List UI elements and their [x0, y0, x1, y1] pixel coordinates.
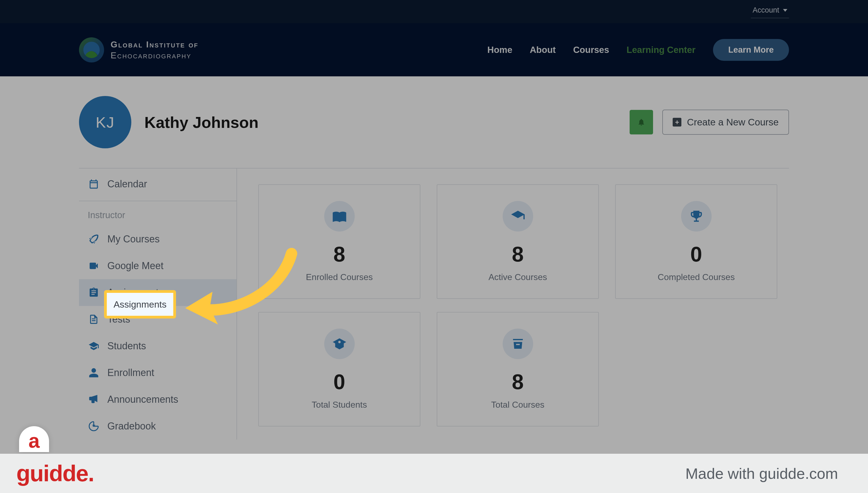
page-body: KJ Kathy Johnson + Create a New Course C…	[0, 76, 868, 455]
stat-value: 8	[512, 242, 524, 267]
sidebar-item-announcements[interactable]: Announcements	[79, 386, 236, 413]
document-icon	[88, 314, 100, 325]
stat-card-active-courses: 8 Active Courses	[437, 184, 599, 299]
profile-actions: + Create a New Course	[630, 110, 789, 135]
main-header: Global Institute of Echocardiography Hom…	[0, 23, 868, 76]
stat-value: 8	[512, 369, 524, 394]
guidde-badge-letter: a	[28, 429, 40, 452]
assignment-icon	[88, 287, 100, 298]
sidebar-item-label: My Courses	[107, 233, 160, 245]
account-menu[interactable]: Account	[751, 5, 789, 18]
create-course-button[interactable]: + Create a New Course	[662, 110, 789, 135]
logo-icon	[79, 37, 104, 62]
rocket-icon	[88, 234, 100, 244]
brand-text: Global Institute of Echocardiography	[111, 39, 198, 61]
avatar[interactable]: KJ	[79, 96, 131, 148]
sidebar-item-label: Students	[107, 340, 146, 352]
student-icon	[324, 328, 355, 359]
gradebook-icon	[88, 421, 100, 432]
nav-about[interactable]: About	[530, 45, 555, 55]
account-label: Account	[753, 6, 779, 15]
learn-more-button[interactable]: Learn More	[713, 39, 789, 61]
stat-label: Active Courses	[488, 272, 547, 282]
guidde-logo: guidde.	[16, 460, 94, 487]
nav-courses[interactable]: Courses	[573, 45, 609, 55]
primary-nav: Home About Courses Learning Center Learn…	[487, 39, 789, 61]
brand-logo[interactable]: Global Institute of Echocardiography	[79, 37, 198, 62]
plus-icon: +	[673, 118, 681, 127]
sidebar-item-gradebook[interactable]: Gradebook	[79, 413, 236, 440]
card-row-1: 8 Enrolled Courses 8 Active Courses 0 Co…	[258, 184, 789, 299]
calendar-icon	[88, 178, 100, 190]
notifications-button[interactable]	[630, 110, 653, 134]
sidebar-item-my-courses[interactable]: My Courses	[79, 226, 236, 253]
content-row: Calendar Instructor My Courses Google Me…	[79, 169, 789, 440]
user-icon	[88, 367, 100, 378]
dashboard: 8 Enrolled Courses 8 Active Courses 0 Co…	[237, 169, 789, 440]
card-row-2: 0 Total Students 8 Total Courses	[258, 312, 789, 427]
topbar: Account	[0, 0, 868, 23]
sidebar-item-label: Enrollment	[107, 367, 154, 379]
sidebar-item-enrollment[interactable]: Enrollment	[79, 359, 236, 386]
profile-name: Kathy Johnson	[144, 113, 258, 131]
footer-made-with: Made with guidde.com	[685, 465, 838, 483]
brand-line1: Global Institute of	[111, 39, 198, 50]
highlight-assignments[interactable]: Assignments	[104, 290, 176, 319]
stat-card-total-courses: 8 Total Courses	[437, 312, 599, 427]
trophy-icon	[681, 201, 712, 232]
stat-label: Total Students	[312, 400, 367, 410]
stat-value: 0	[334, 369, 345, 394]
sidebar-section-instructor: Instructor	[79, 201, 236, 226]
stat-label: Completed Courses	[658, 272, 735, 282]
stat-value: 8	[334, 242, 345, 267]
sidebar-item-label: Announcements	[107, 394, 178, 405]
sidebar-item-students[interactable]: Students	[79, 333, 236, 359]
stat-card-enrolled-courses: 8 Enrolled Courses	[258, 184, 420, 299]
megaphone-icon	[88, 394, 100, 405]
sidebar-item-calendar[interactable]: Calendar	[79, 169, 236, 201]
video-icon	[88, 260, 100, 271]
create-course-label: Create a New Course	[687, 117, 779, 128]
nav-learning-center[interactable]: Learning Center	[626, 45, 695, 55]
avatar-initials: KJ	[96, 113, 114, 131]
caret-down-icon	[783, 9, 787, 12]
bell-icon	[637, 118, 645, 126]
brand-line2: Echocardiography	[111, 50, 198, 61]
guidde-footer: guidde. Made with guidde.com	[0, 454, 868, 493]
stat-value: 0	[690, 242, 702, 267]
stat-label: Total Courses	[491, 400, 545, 410]
stat-card-total-students: 0 Total Students	[258, 312, 420, 427]
sidebar-item-label: Calendar	[107, 178, 147, 190]
stat-card-completed-courses: 0 Completed Courses	[615, 184, 777, 299]
book-icon	[324, 201, 355, 232]
profile-header: KJ Kathy Johnson + Create a New Course	[79, 96, 789, 168]
sidebar-item-label: Google Meet	[107, 260, 163, 272]
highlight-label: Assignments	[114, 299, 167, 310]
stat-label: Enrolled Courses	[306, 272, 373, 282]
graduation-cap-icon	[88, 341, 100, 351]
sidebar-item-label: Gradebook	[107, 421, 156, 432]
nav-home[interactable]: Home	[487, 45, 512, 55]
cap-icon	[503, 201, 533, 232]
profile-left: KJ Kathy Johnson	[79, 96, 258, 148]
sidebar-item-google-meet[interactable]: Google Meet	[79, 253, 236, 279]
archive-icon	[503, 328, 533, 359]
